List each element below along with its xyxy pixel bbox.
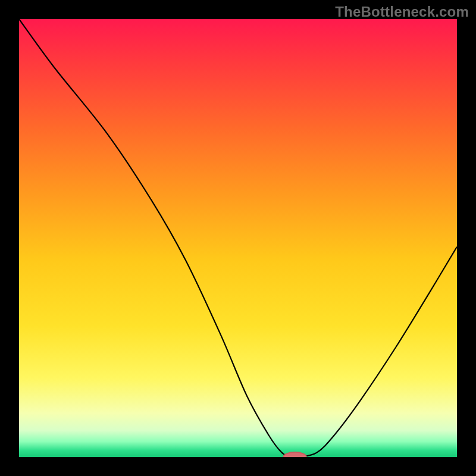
attribution-text: TheBottleneck.com (335, 4, 469, 20)
gradient-background (19, 19, 457, 457)
chart-frame: TheBottleneck.com (0, 0, 476, 476)
bottleneck-plot (19, 19, 457, 457)
